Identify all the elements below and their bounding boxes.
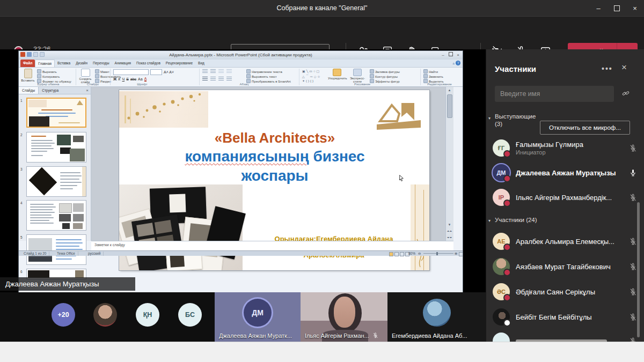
mic-muted-icon[interactable] xyxy=(628,193,638,202)
participant-row[interactable]: ҒГ Ғалымқызы ГүлмираИнициатор xyxy=(493,137,639,159)
mic-muted-icon[interactable] xyxy=(628,313,638,322)
video-tile-name: Джалеева Аяжан Муратк... xyxy=(219,333,292,339)
ppt-statusbar: Слайд 1 из 20 Тема Office русский 80% ⊖ … xyxy=(19,250,463,256)
avatar: ДМ xyxy=(493,164,510,181)
mute-all-button[interactable]: Отключить все микроф... xyxy=(540,121,630,135)
participant-search-input[interactable] xyxy=(495,90,603,98)
ppt-find-button[interactable]: Найти xyxy=(423,69,438,73)
ppt-list-buttons[interactable] xyxy=(202,69,232,73)
ppt-zoom-slider-thumb[interactable] xyxy=(436,252,438,255)
ppt-tab-insert[interactable]: Вставка xyxy=(55,60,73,67)
ppt-panel-tabs: Слайды Структура × xyxy=(19,87,91,94)
overflow-participants-bubble[interactable]: +20 xyxy=(52,303,75,327)
ppt-tab-review[interactable]: Рецензирование xyxy=(163,60,195,67)
slide-thumbnail-2[interactable] xyxy=(26,132,86,162)
slide-scrollbar-thumb[interactable] xyxy=(447,94,452,118)
attendees-label: Участники (24) xyxy=(495,217,537,223)
participant-row[interactable]: АЕ Аралбек Альмира Елемесқы... xyxy=(493,231,639,252)
ppt-align-buttons[interactable] xyxy=(202,77,232,81)
ppt-tab-home[interactable]: Главная xyxy=(35,60,55,67)
maximize-button[interactable] xyxy=(608,0,626,16)
participant-row[interactable]: Аязбаев Мурат Тагайбекович xyxy=(493,256,639,277)
participant-bubble[interactable]: ҚН xyxy=(136,303,159,327)
ppt-panel-tab-slides[interactable]: Слайды xyxy=(19,87,39,94)
slide-scrollbar[interactable]: ▲ ▼ ⏶⏶ ⏷⏷ xyxy=(445,87,453,241)
ppt-new-slide-button[interactable]: Создать слайд xyxy=(78,69,93,84)
participant-search[interactable] xyxy=(495,86,614,102)
participant-row[interactable]: ДМ Джалеева Аяжан Муратқызы xyxy=(493,162,639,183)
slide-title-line1: «Bella Architects» xyxy=(157,130,393,146)
ppt-tab-view[interactable]: Вид xyxy=(195,60,207,67)
video-tile[interactable]: Егембердиева Айдана Аб... xyxy=(387,292,486,342)
video-tile[interactable]: ДМ Джалеева Аяжан Муратк... xyxy=(215,292,301,342)
copy-link-icon[interactable] xyxy=(621,89,630,98)
ppt-font-style-buttons[interactable]: Ж К Ч S abc Аа А xyxy=(113,77,147,82)
participants-more-icon[interactable]: ••• xyxy=(602,64,613,73)
ppt-notes-area[interactable]: Заметки к слайду xyxy=(91,241,453,250)
ppt-replace-button[interactable]: Заменить xyxy=(423,74,443,78)
windows-taskbar: ENG 09:31 12.02.2021 12 xyxy=(0,342,644,362)
powerpoint-window: Айдана-Альмира.pptx - Microsoft PowerPoi… xyxy=(19,51,463,292)
speakers-collapse-icon[interactable]: ▾ xyxy=(488,116,491,121)
mic-muted-icon[interactable] xyxy=(628,262,638,271)
ppt-paste-button[interactable]: Вставить xyxy=(21,69,35,82)
mic-muted-icon[interactable] xyxy=(628,237,638,246)
slide-thumbnail-1[interactable] xyxy=(26,98,86,128)
ppt-tab-slideshow[interactable]: Показ слайдов xyxy=(134,60,163,67)
ppt-titlebar: Айдана-Альмира.pptx - Microsoft PowerPoi… xyxy=(19,51,463,60)
ppt-shapes-gallery[interactable]: ▣╲▭○▢ xyxy=(302,69,319,73)
ppt-arrange-button[interactable]: Упорядочить xyxy=(328,69,346,80)
ppt-minimize-button[interactable]: – xyxy=(440,52,447,58)
ppt-layout-button[interactable]: Макет xyxy=(95,69,109,73)
participants-close-icon[interactable]: × xyxy=(621,62,627,73)
participant-row[interactable]: ІР Ільяс Айгерім Рахманбердік... xyxy=(493,187,639,208)
video-tile[interactable]: Ільяс Айгерім Рахман... xyxy=(301,292,387,342)
attendees-collapse-icon[interactable]: ▾ xyxy=(488,218,491,223)
ppt-font-controls[interactable]: A˄ A˅ xyxy=(113,69,174,75)
slide-thumbnail-3[interactable] xyxy=(26,166,86,197)
participant-bubble[interactable]: БС xyxy=(178,303,202,327)
mic-muted-icon[interactable] xyxy=(628,337,638,342)
slide-thumbnail-5[interactable] xyxy=(26,234,86,265)
ppt-tab-file[interactable]: Файл xyxy=(20,60,35,67)
ppt-view-buttons[interactable] xyxy=(389,252,409,256)
ppt-panel-close-icon[interactable]: × xyxy=(86,87,89,94)
ppt-shape-outline-button[interactable]: Контур фигуры xyxy=(370,74,398,78)
ppt-tab-animations[interactable]: Анимация xyxy=(112,60,134,67)
panel-scrollbar[interactable] xyxy=(637,202,640,337)
mic-muted-icon[interactable] xyxy=(628,144,638,153)
ppt-panel-tab-outline[interactable]: Структура xyxy=(39,87,62,94)
avatar-photo xyxy=(493,308,510,326)
ppt-align-text-button[interactable]: Выровнять текст xyxy=(246,74,277,78)
ppt-quick-access-toolbar[interactable] xyxy=(20,52,45,57)
ppt-fit-window-button[interactable] xyxy=(459,252,463,256)
avatar: ӘС xyxy=(493,283,510,300)
participant-row[interactable]: ӘС Әбдіғали Саян Серікұлы xyxy=(493,281,639,302)
ppt-help-icon[interactable]: ▵ ? xyxy=(453,60,460,67)
participant-row[interactable]: Бейбіт Бегім Бейбітұлы xyxy=(493,306,639,328)
close-button[interactable]: × xyxy=(626,0,644,16)
ppt-text-direction-button[interactable]: Направление текста xyxy=(246,69,282,73)
mic-muted-icon[interactable] xyxy=(628,287,638,297)
ppt-cut-button[interactable]: Вырезать xyxy=(37,69,57,73)
ppt-restore-button[interactable] xyxy=(447,52,454,58)
ppt-quick-styles-button[interactable]: Экспресс-стили xyxy=(347,69,368,83)
mic-muted-icon xyxy=(372,332,379,339)
ppt-tab-transitions[interactable]: Переходы xyxy=(90,60,112,67)
mic-on-icon[interactable] xyxy=(628,168,638,178)
ppt-shape-fill-button[interactable]: Заливка фигуры xyxy=(370,69,400,73)
window-controls: – × xyxy=(589,0,644,16)
slide-thumbnail-4[interactable] xyxy=(26,200,86,231)
participant-row-partial[interactable] xyxy=(493,330,639,342)
ppt-zoom-slider[interactable] xyxy=(423,253,453,254)
ppt-tab-design[interactable]: Дизайн xyxy=(73,60,90,67)
ppt-copy-button[interactable]: Копировать xyxy=(37,74,60,78)
minimize-button[interactable]: – xyxy=(589,0,608,16)
video-tile-name: Ільяс Айгерім Рахман... xyxy=(305,332,379,339)
ppt-window-title: Айдана-Альмира.pptx - Microsoft PowerPoi… xyxy=(19,51,463,60)
ppt-status-slide: Слайд 1 из 20 xyxy=(21,252,49,256)
participant-video-bubble[interactable] xyxy=(93,303,117,327)
ppt-close-button[interactable]: × xyxy=(455,52,462,58)
teams-titlebar: Собрание в канале "General" – × xyxy=(0,0,644,16)
slide-portfolio-photo xyxy=(119,184,243,270)
